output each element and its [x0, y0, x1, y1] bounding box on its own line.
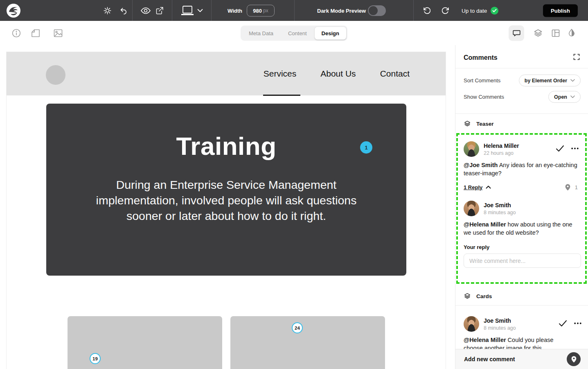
- nav-item-contact[interactable]: Contact: [377, 69, 413, 79]
- section-teaser[interactable]: Teaser: [455, 114, 588, 134]
- info-icon[interactable]: [11, 28, 21, 38]
- site-nav: Services About Us Contact: [260, 52, 413, 95]
- pin-icon: [571, 355, 577, 363]
- marker-number: 1: [575, 184, 578, 190]
- site-preview-page[interactable]: Services About Us Contact Training Durin…: [7, 52, 446, 369]
- dark-mode-label: Dark Mode Preview: [317, 7, 366, 14]
- resolve-check-icon[interactable]: [556, 145, 564, 152]
- site-logo-placeholder[interactable]: [46, 65, 65, 85]
- comment-body: @Joe Smith Any ideas for an eye-catching…: [458, 157, 585, 177]
- show-comments-dropdown[interactable]: Open: [548, 91, 581, 103]
- layers-panel-icon[interactable]: [533, 28, 543, 38]
- toolbar-divider: [413, 0, 414, 21]
- device-chevron-down-icon[interactable]: [197, 9, 203, 12]
- card-placeholder-right[interactable]: 24: [230, 316, 385, 369]
- resolve-check-icon[interactable]: [559, 320, 567, 327]
- comment-marker-19[interactable]: 19: [90, 353, 101, 364]
- nav-item-about-us[interactable]: About Us: [317, 69, 359, 79]
- tab-meta-data[interactable]: Meta Data: [242, 27, 280, 39]
- preview-eye-icon[interactable]: [140, 6, 151, 15]
- comment-author: Joe Smith: [484, 317, 559, 324]
- toolbar-divider: [294, 0, 295, 21]
- selected-comment-thread: Helena Miller 22 hours ago @Joe Smith An…: [456, 133, 587, 284]
- layers-icon: [464, 292, 471, 300]
- avatar-joe: [464, 316, 479, 332]
- chevron-up-icon[interactable]: [486, 186, 491, 189]
- app-logo[interactable]: [6, 3, 21, 18]
- redo-icon[interactable]: [441, 6, 450, 15]
- reply-body: @Helena Miller how about using the one w…: [458, 216, 585, 237]
- replies-toggle[interactable]: 1 Reply: [464, 184, 482, 190]
- toolbar-divider: [211, 0, 212, 21]
- divider: [455, 305, 588, 306]
- your-reply-label: Your reply: [458, 237, 585, 250]
- add-comment-label: Add new comment: [464, 356, 515, 362]
- reply-input[interactable]: [464, 254, 581, 268]
- section-teaser-label: Teaser: [476, 121, 494, 127]
- device-laptop-icon[interactable]: [180, 5, 195, 16]
- width-label: Width: [228, 7, 242, 14]
- section-cards-label: Cards: [476, 293, 492, 299]
- comment-thread-cards: Joe Smith 8 minutes ago @Helena Miller C…: [455, 310, 588, 352]
- comment-author: Helena Miller: [484, 143, 556, 149]
- layout-panel-icon[interactable]: [551, 29, 561, 38]
- hero-title: Training: [46, 104, 406, 161]
- chevron-down-icon: [570, 79, 575, 82]
- sort-comments-dropdown[interactable]: by Element Order: [519, 75, 581, 86]
- more-options-icon[interactable]: [571, 147, 579, 149]
- mode-tabs: Meta Data Content Design: [241, 25, 347, 41]
- comment-mention: @Helena Miller: [464, 337, 506, 343]
- panel-title: Comments: [464, 54, 498, 61]
- status-text: Up to date: [462, 7, 487, 14]
- comment-mention: @Joe Smith: [464, 162, 498, 168]
- layers-icon: [464, 120, 471, 127]
- site-header: Services About Us Contact: [7, 52, 446, 95]
- teaser-hero[interactable]: Training During an Enterprise Service Ma…: [46, 104, 406, 276]
- show-comments-label: Show Comments: [464, 94, 504, 100]
- add-comment-bar[interactable]: Add new comment: [455, 349, 588, 369]
- top-app-bar: Width 980 px Dark Mode Preview Up to dat…: [0, 0, 588, 21]
- more-options-icon[interactable]: [574, 322, 581, 324]
- contrast-droplet-icon[interactable]: [567, 28, 576, 38]
- toolbar-divider: [132, 0, 133, 21]
- restore-icon[interactable]: [119, 6, 128, 15]
- toolbar-divider: [172, 0, 172, 21]
- publish-status: Up to date: [462, 7, 498, 14]
- card-placeholder-left[interactable]: 19: [68, 316, 222, 369]
- toggle-knob: [369, 6, 378, 15]
- avatar-helena: [464, 141, 479, 157]
- sort-value: by Element Order: [525, 78, 567, 84]
- open-external-icon[interactable]: [155, 7, 164, 15]
- place-pin-button[interactable]: [567, 352, 581, 366]
- page-icon[interactable]: [30, 28, 41, 38]
- expand-panel-icon[interactable]: [573, 54, 580, 62]
- settings-gear-icon[interactable]: [103, 6, 112, 15]
- section-cards[interactable]: Cards: [455, 286, 588, 306]
- width-value: 980: [253, 7, 262, 14]
- undo-icon[interactable]: [423, 6, 432, 15]
- dark-mode-toggle[interactable]: [368, 5, 386, 16]
- show-value: Open: [554, 94, 567, 100]
- active-nav-underline: [263, 95, 300, 96]
- image-icon[interactable]: [53, 28, 63, 38]
- comment-time: 22 hours ago: [484, 150, 556, 156]
- chevron-down-icon: [570, 95, 575, 98]
- avatar-joe: [464, 201, 479, 216]
- comments-panel: Comments Sort Comments by Element Order …: [455, 45, 588, 369]
- width-input[interactable]: 980 px: [247, 5, 275, 16]
- comment-marker-24[interactable]: 24: [292, 322, 303, 333]
- status-check-icon: [491, 7, 498, 14]
- comment-marker-1[interactable]: 1: [360, 141, 372, 154]
- comments-panel-button[interactable]: [509, 25, 524, 41]
- reply-author: Joe Smith: [484, 202, 579, 208]
- publish-button[interactable]: Publish: [543, 4, 578, 17]
- tab-design[interactable]: Design: [315, 27, 346, 39]
- comment-time: 8 minutes ago: [484, 325, 559, 331]
- nav-item-services[interactable]: Services: [260, 69, 300, 79]
- reply-mention: @Helena Miller: [464, 221, 506, 228]
- pin-icon: [565, 183, 571, 191]
- reply-time: 8 minutes ago: [484, 210, 579, 215]
- width-unit: px: [263, 8, 268, 14]
- tab-content[interactable]: Content: [281, 27, 314, 39]
- secondary-toolbar: Meta Data Content Design: [0, 21, 588, 45]
